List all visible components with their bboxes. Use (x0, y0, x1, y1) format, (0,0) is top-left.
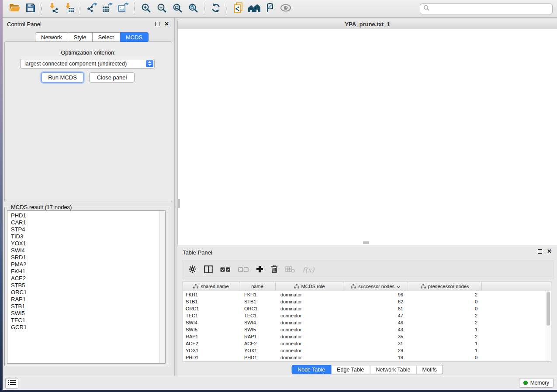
open-folder-icon (9, 3, 21, 14)
column-header-shared-name[interactable]: shared name (183, 282, 239, 291)
deselect-all-button[interactable] (238, 266, 249, 274)
network-vscroll-thumb[interactable] (178, 199, 180, 208)
column-header-name[interactable]: name (239, 282, 276, 291)
add-column-button[interactable] (256, 265, 263, 275)
table-scrollbar[interactable] (546, 291, 551, 361)
float-panel-icon[interactable] (538, 249, 542, 254)
mcds-list-item[interactable]: TID3 (11, 233, 165, 240)
tab-network[interactable]: Network (35, 32, 68, 42)
table-row[interactable]: ACE2ACE2connector311 (183, 340, 551, 347)
mcds-list-item[interactable]: CAR1 (11, 219, 165, 226)
tab-motifs[interactable]: Motifs (416, 365, 443, 374)
table-cell: ACE2 (183, 341, 239, 346)
table-cell: TEC1 (183, 313, 239, 318)
import-network-button[interactable] (45, 2, 61, 16)
mcds-list-item[interactable]: PMA2 (11, 261, 165, 268)
table-cell: dominator (276, 334, 343, 339)
function-builder-button[interactable]: f(x) (302, 266, 314, 274)
mcds-list-item[interactable]: RAP1 (11, 296, 165, 303)
window-close-icon[interactable] (182, 21, 187, 27)
mcds-list-item[interactable]: SRD1 (11, 254, 165, 261)
column-header-successor-nodes[interactable]: successor nodes (343, 282, 408, 291)
mcds-list-item[interactable]: FKH1 (11, 268, 165, 275)
table-row[interactable]: PHD1PHD1dominator180 (183, 354, 551, 361)
task-history-button[interactable] (5, 378, 18, 389)
tab-mcds[interactable]: MCDS (120, 32, 149, 42)
float-panel-icon[interactable] (155, 22, 159, 26)
table-row[interactable]: SWI5SWI5connector431 (183, 326, 551, 333)
mcds-list-item[interactable]: STB5 (11, 282, 165, 289)
table-panel-title: Table Panel (183, 249, 212, 256)
zoom-out-button[interactable] (154, 2, 170, 16)
mcds-list-item[interactable]: TEC1 (11, 317, 165, 324)
table-cell: YOX1 (183, 348, 239, 353)
table-panel: Table Panel ✕ f(x) (177, 245, 557, 376)
select-all-button[interactable] (220, 266, 231, 274)
hide-graphics-button[interactable] (262, 2, 278, 16)
close-panel-icon[interactable]: ✕ (547, 249, 552, 254)
window-maximize-icon[interactable] (199, 21, 204, 27)
tab-style[interactable]: Style (68, 32, 93, 42)
column-header-MCDS-role[interactable]: MCDS role (276, 282, 343, 291)
criterion-select[interactable]: largest connected component (undirected) (20, 59, 155, 69)
zoom-selected-button[interactable] (185, 2, 201, 16)
memory-button[interactable]: Memory (519, 378, 554, 388)
select-stepper-icon (146, 60, 153, 67)
close-panel-button[interactable]: Close panel (89, 72, 135, 83)
import-network-icon (48, 3, 59, 15)
flag-icon (265, 3, 275, 15)
export-table-button[interactable] (100, 2, 115, 16)
mcds-list-item[interactable]: ORC1 (11, 289, 165, 296)
export-image-button[interactable] (115, 2, 131, 16)
mcds-list-item[interactable]: STB1 (11, 303, 165, 310)
mcds-list-item[interactable]: ACE2 (11, 275, 165, 282)
table-row[interactable]: YOX1YOX1connector291 (183, 347, 551, 354)
tab-node-table[interactable]: Node Table (291, 365, 331, 374)
refresh-layout-button[interactable] (208, 2, 224, 16)
show-graphics-button[interactable] (278, 2, 294, 16)
mcds-list-item[interactable]: STP4 (11, 226, 165, 233)
export-network-button[interactable] (84, 2, 100, 16)
column-settings-button[interactable] (188, 265, 197, 275)
open-file-button[interactable] (7, 2, 23, 16)
home-networks-button[interactable] (246, 2, 262, 16)
tab-network-table[interactable]: Network Table (370, 365, 417, 374)
network-hscroll-thumb[interactable] (363, 241, 369, 244)
delete-column-button[interactable] (271, 265, 278, 275)
mcds-list-item[interactable]: SWI4 (11, 247, 165, 254)
mcds-list-scrollbar[interactable] (159, 211, 165, 363)
run-mcds-button[interactable]: Run MCDS (42, 72, 83, 83)
node-table: shared namenameMCDS rolesuccessor nodesp… (183, 282, 551, 362)
table-row[interactable]: FKH1FKH1dominator962 (183, 291, 551, 298)
table-row[interactable]: STB1STB1dominator620 (183, 298, 551, 305)
tab-select[interactable]: Select (93, 32, 120, 42)
network-window-titlebar[interactable]: YPA_prune.txt_1 (177, 19, 557, 29)
table-row[interactable]: TEC1TEC1connector472 (183, 312, 551, 319)
floppy-disk-icon (26, 3, 35, 14)
table-row[interactable]: SWI4SWI4dominator462 (183, 319, 551, 326)
tab-edge-table[interactable]: Edge Table (331, 365, 370, 374)
mcds-list-item[interactable]: GCR1 (11, 324, 165, 331)
zoom-in-button[interactable] (138, 2, 154, 16)
import-table-button[interactable] (61, 2, 77, 16)
column-header-predecessor-nodes[interactable]: predecessor nodes (408, 282, 482, 291)
window-minimize-icon[interactable] (190, 21, 196, 27)
network-canvas[interactable] (177, 29, 557, 245)
mcds-list-item[interactable]: PHD1 (11, 212, 165, 219)
table-scrollbar-thumb[interactable] (547, 292, 550, 326)
mcds-list-item[interactable]: YOX1 (11, 240, 165, 247)
table-row[interactable]: RAP1RAP1dominator352 (183, 333, 551, 340)
columns-icon (204, 265, 213, 275)
search-input[interactable] (432, 5, 549, 12)
export-table-icon (102, 3, 113, 15)
zoom-fit-button[interactable] (170, 2, 185, 16)
search-icon (423, 5, 429, 13)
delete-table-button[interactable] (285, 266, 295, 275)
table-row[interactable]: ORC1ORC1dominator610 (183, 305, 551, 312)
close-panel-icon[interactable]: ✕ (164, 22, 169, 26)
share-document-button[interactable] (231, 2, 246, 16)
show-columns-button[interactable] (204, 265, 213, 275)
table-cell: 2 (408, 313, 482, 318)
mcds-list-item[interactable]: SWI5 (11, 310, 165, 317)
save-session-button[interactable] (23, 2, 38, 16)
